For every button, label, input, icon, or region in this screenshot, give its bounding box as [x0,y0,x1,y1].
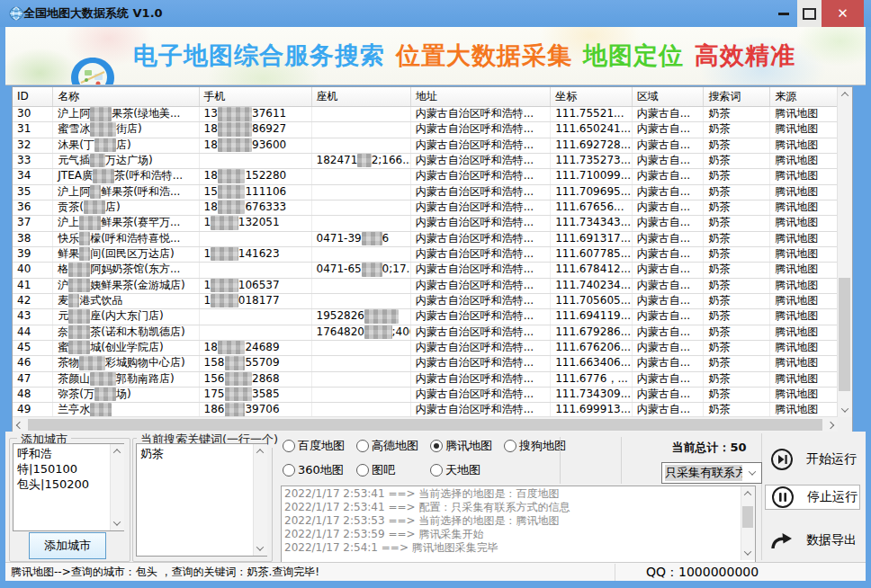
table-row[interactable]: 41沪上阿姨鲜果茶(金游城店)13812106537内蒙古自治区呼和浩特...1… [13,279,838,294]
table-row[interactable]: 43元气插座(内大东门店)195282610012内蒙古自治区呼和浩特...11… [13,309,838,325]
cell-phone [200,263,312,277]
table-row[interactable]: 39鲜果时间(回民区万达店)18624141623内蒙古自治区呼和浩特...11… [13,247,838,263]
column-header[interactable]: 来源 [770,87,838,106]
log-line: 2022/1/17 2:53:41 ==> 当前选择的地图是：百度地图 [282,487,755,501]
collect-filter-select[interactable]: 只采集有联系方 [661,462,762,484]
vertical-scroll-thumb[interactable] [839,278,850,391]
column-header[interactable]: 名称 [53,87,199,106]
chevron-up-icon [256,449,264,456]
vertical-scrollbar[interactable] [837,87,852,417]
table-row[interactable]: 46茶物语(七彩城购物中心店)15848255709内蒙古自治区呼和浩特...1… [13,356,838,371]
mosaic-redaction: 6012 [218,341,246,355]
cell-landline [312,372,411,387]
map-radio-高德地图[interactable]: 高德地图 [356,439,430,453]
cell-name: 茶物语(七彩城购物中心店) [53,356,199,370]
cell-source: 腾讯地图 [770,138,838,153]
table-row[interactable]: 44奈雪的茶(诺和木勒凯德店)17648205763;400...内蒙古自治区呼… [13,325,838,341]
mosaic-redaction: 语(七 [79,356,105,370]
cell-phone [200,154,312,168]
table-row[interactable]: 45蜜雪冰城(创业学院店)18601224689内蒙古自治区呼和浩特...111… [13,341,838,356]
map-radio-360地图[interactable]: 360地图 [283,463,356,477]
table-header[interactable]: ID名称手机座机地址坐标区域搜索词来源 [13,87,838,107]
cell-region: 内蒙古自... [633,200,705,215]
mosaic-redaction: 雪冰 [68,341,90,355]
mosaic-redaction: 姨 [90,185,101,200]
cell-name: 奈雪的茶(诺和木勒凯德店) [53,325,199,340]
cell-coord: 111.699913... [551,403,633,417]
visible-text: 175 [204,388,225,402]
map-radio-天地图[interactable]: 天地图 [430,463,504,477]
table-row[interactable]: 49兰亭水果捞18672039706内蒙古自治区呼和浩特...111.69991… [13,403,838,417]
cell-source: 腾讯地图 [770,154,838,168]
scroll-up-button[interactable] [741,488,754,499]
close-button[interactable]: ✕ [822,0,864,27]
scroll-down-button[interactable] [741,548,754,558]
scroll-left-button[interactable] [13,417,27,432]
table-row[interactable]: 40格日勒阿妈奶茶馆(东方...0471-650890;17...内蒙古自治区呼… [13,263,838,278]
visible-text: 24689 [245,341,279,355]
scroll-up-button[interactable] [111,446,123,457]
keyword-scrollbar[interactable] [253,444,267,556]
log-scroll-thumb[interactable] [742,506,753,528]
mosaic-redaction: 阿姨 [79,216,101,230]
scroll-right-button[interactable] [823,417,838,432]
city-list-scrollbar[interactable] [110,444,124,530]
table-row[interactable]: 42麦吉港式饮品17720018177内蒙古自治区呼和浩特...111.7056… [13,294,838,309]
export-data-label: 数据导出 [806,532,857,548]
column-header[interactable]: 座机 [312,87,411,106]
column-header[interactable]: 搜索词 [704,87,770,106]
map-radio-百度地图[interactable]: 百度地图 [283,439,356,453]
log-box[interactable]: 2022/1/17 2:53:41 ==> 当前选择的地图是：百度地图2022/… [281,486,756,563]
maximize-button[interactable] [797,0,822,27]
keyword-input[interactable]: 奶茶 [136,443,267,557]
start-run-button[interactable]: 开始运行 [770,444,862,475]
map-radio-图吧[interactable]: 图吧 [356,463,430,477]
column-header[interactable]: 地址 [411,87,551,106]
horizontal-scrollbar[interactable] [13,416,838,432]
scroll-down-button[interactable] [838,403,852,417]
total-count: 当前总计：50 [655,440,763,456]
cell-address: 内蒙古自治区呼和浩特... [411,216,551,230]
pause-circle-icon [771,486,795,509]
table-row[interactable]: 33元气插座(万达广场)182471882;166...内蒙古自治区呼和浩特..… [13,154,838,169]
table-row[interactable]: 38快乐柠檬(呼和浩特喜悦...0471-391586内蒙古自治区呼和浩特...… [13,232,838,247]
table-row[interactable]: 37沪上阿姨鲜果茶(赛罕万...15624132051内蒙古自治区呼和浩特...… [13,216,838,231]
table-row[interactable]: 32沐果(丁香园店)184726593600内蒙古自治区呼和浩特...111.6… [13,138,838,154]
map-radio-腾讯地图[interactable]: 腾讯地图 [430,439,504,453]
table-row[interactable]: 48弥茶(万达广场)17549033585内蒙古自治区呼和浩特...111.73… [13,388,838,403]
cell-phone: 138472537611 [200,107,312,121]
title-bar[interactable]: 全国地图大数据系统 V1.0 ✕ [0,0,871,27]
visible-text: 蜜雪冰 [58,122,90,137]
cell-source: 腾讯地图 [770,279,838,293]
add-city-button[interactable]: 添加城市 [29,532,106,559]
scroll-down-button[interactable] [111,518,123,529]
cell-name: 麦吉港式饮品 [53,294,199,308]
minimize-button[interactable] [770,0,797,27]
horizontal-scroll-thumb[interactable] [28,419,822,431]
stop-run-button[interactable]: 停止运行 [765,485,860,510]
column-header[interactable]: 坐标 [551,87,633,106]
log-scrollbar[interactable] [741,486,755,560]
table-row[interactable]: 36贡茶(新华店)188693676333内蒙古自治区呼和浩特...111.67… [13,200,838,216]
table-row[interactable]: 35沪上阿姨鲜果茶(呼和浩...150492111106内蒙古自治区呼和浩特..… [13,185,838,200]
column-header[interactable]: 手机 [200,87,312,106]
scroll-up-button[interactable] [254,446,266,457]
radio-icon [356,440,369,452]
table-row[interactable]: 30沪上阿姨鲜果茶(绿地美...138472537611内蒙古自治区呼和浩特..… [13,107,838,122]
export-data-button[interactable]: 数据导出 [770,525,862,556]
scroll-up-button[interactable] [838,87,852,102]
city-list-input[interactable]: 呼和浩特|150100 包头|150200 [13,443,124,531]
map-radio-搜狗地图[interactable]: 搜狗地图 [504,439,578,453]
column-header[interactable]: ID [13,87,53,106]
mosaic-redaction: 姨鲜 [90,107,112,121]
table-row[interactable]: 34JTEA廣式奶茶(呼和浩特...189481152280内蒙古自治区呼和浩特… [13,169,838,184]
table-row[interactable]: 31蜜雪冰城(新街店)185736186927内蒙古自治区呼和浩特...111.… [13,122,838,138]
table-row[interactable]: 47茶颜山(锡林郭勒南路店)15647862868内蒙古自治区呼和浩特...11… [13,372,838,388]
cell-name: 沪上阿姨鲜果茶(绿地美... [53,107,199,121]
cell-phone: 18624141623 [200,247,312,262]
start-run-label: 开始运行 [806,451,857,468]
column-header[interactable]: 区域 [633,87,705,106]
mosaic-redaction: 089 [362,263,382,277]
visible-text: 沐果(丁 [58,138,94,153]
scroll-down-button[interactable] [254,543,266,554]
